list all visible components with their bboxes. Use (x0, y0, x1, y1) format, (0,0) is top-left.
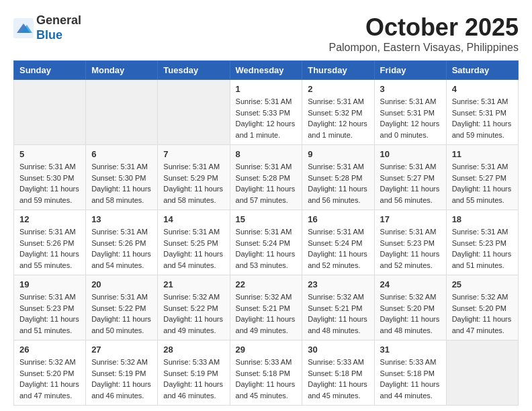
day-info: Sunrise: 5:33 AM Sunset: 5:18 PM Dayligh… (380, 357, 441, 401)
day-number: 13 (91, 214, 152, 224)
weekday-header-monday: Monday (86, 61, 158, 80)
day-info: Sunrise: 5:31 AM Sunset: 5:32 PM Dayligh… (308, 96, 368, 140)
day-number: 9 (308, 149, 368, 159)
day-info: Sunrise: 5:31 AM Sunset: 5:26 PM Dayligh… (19, 226, 80, 271)
day-number: 8 (236, 149, 297, 159)
calendar-cell (86, 80, 158, 145)
day-number: 12 (19, 214, 80, 224)
calendar-cell: 24Sunrise: 5:32 AM Sunset: 5:20 PM Dayli… (374, 275, 446, 340)
day-info: Sunrise: 5:31 AM Sunset: 5:24 PM Dayligh… (308, 226, 368, 271)
logo-general-text: General (36, 13, 81, 27)
calendar-cell: 11Sunrise: 5:31 AM Sunset: 5:27 PM Dayli… (446, 145, 518, 210)
calendar-cell: 31Sunrise: 5:33 AM Sunset: 5:18 PM Dayli… (374, 340, 446, 406)
calendar-cell: 10Sunrise: 5:31 AM Sunset: 5:27 PM Dayli… (374, 145, 446, 210)
day-info: Sunrise: 5:31 AM Sunset: 5:33 PM Dayligh… (236, 96, 297, 140)
weekday-header-friday: Friday (374, 61, 446, 80)
calendar-cell: 17Sunrise: 5:31 AM Sunset: 5:23 PM Dayli… (374, 210, 446, 275)
day-number: 16 (308, 214, 368, 224)
day-number: 7 (163, 149, 224, 159)
day-number: 3 (380, 84, 441, 94)
day-number: 31 (380, 345, 441, 355)
day-info: Sunrise: 5:31 AM Sunset: 5:30 PM Dayligh… (91, 161, 152, 205)
calendar-cell: 14Sunrise: 5:31 AM Sunset: 5:25 PM Dayli… (158, 210, 230, 275)
calendar-cell: 12Sunrise: 5:31 AM Sunset: 5:26 PM Dayli… (14, 210, 86, 275)
calendar-cell: 2Sunrise: 5:31 AM Sunset: 5:32 PM Daylig… (302, 80, 374, 145)
day-info: Sunrise: 5:31 AM Sunset: 5:28 PM Dayligh… (308, 161, 368, 205)
calendar-cell: 20Sunrise: 5:31 AM Sunset: 5:22 PM Dayli… (86, 275, 158, 340)
calendar-cell: 9Sunrise: 5:31 AM Sunset: 5:28 PM Daylig… (302, 145, 374, 210)
calendar-cell: 18Sunrise: 5:31 AM Sunset: 5:23 PM Dayli… (446, 210, 518, 275)
day-number: 17 (380, 214, 441, 224)
calendar-cell: 23Sunrise: 5:32 AM Sunset: 5:21 PM Dayli… (302, 275, 374, 340)
day-number: 11 (452, 149, 513, 159)
day-number: 18 (452, 214, 513, 224)
day-info: Sunrise: 5:32 AM Sunset: 5:20 PM Dayligh… (19, 357, 80, 401)
calendar-cell: 8Sunrise: 5:31 AM Sunset: 5:28 PM Daylig… (230, 145, 302, 210)
day-info: Sunrise: 5:31 AM Sunset: 5:29 PM Dayligh… (163, 161, 224, 205)
day-info: Sunrise: 5:32 AM Sunset: 5:20 PM Dayligh… (452, 291, 513, 336)
day-number: 6 (91, 149, 152, 159)
calendar-cell: 28Sunrise: 5:33 AM Sunset: 5:19 PM Dayli… (158, 340, 230, 406)
day-info: Sunrise: 5:31 AM Sunset: 5:28 PM Dayligh… (236, 161, 297, 205)
day-number: 21 (163, 279, 224, 289)
day-info: Sunrise: 5:31 AM Sunset: 5:30 PM Dayligh… (19, 161, 80, 205)
day-number: 27 (91, 345, 152, 355)
day-info: Sunrise: 5:31 AM Sunset: 5:26 PM Dayligh… (91, 226, 152, 271)
week-row-2: 5Sunrise: 5:31 AM Sunset: 5:30 PM Daylig… (14, 145, 519, 210)
weekday-header-row: SundayMondayTuesdayWednesdayThursdayFrid… (14, 61, 519, 80)
day-number: 19 (19, 279, 80, 289)
day-number: 30 (308, 345, 368, 355)
week-row-3: 12Sunrise: 5:31 AM Sunset: 5:26 PM Dayli… (14, 210, 519, 275)
day-info: Sunrise: 5:31 AM Sunset: 5:22 PM Dayligh… (91, 291, 152, 336)
calendar-cell: 26Sunrise: 5:32 AM Sunset: 5:20 PM Dayli… (14, 340, 86, 406)
logo-icon (13, 18, 34, 38)
day-number: 10 (380, 149, 441, 159)
day-number: 14 (163, 214, 224, 224)
calendar-cell: 4Sunrise: 5:31 AM Sunset: 5:31 PM Daylig… (446, 80, 518, 145)
calendar-cell: 29Sunrise: 5:33 AM Sunset: 5:18 PM Dayli… (230, 340, 302, 406)
day-info: Sunrise: 5:33 AM Sunset: 5:18 PM Dayligh… (236, 357, 297, 401)
calendar-cell: 22Sunrise: 5:32 AM Sunset: 5:21 PM Dayli… (230, 275, 302, 340)
calendar-cell: 27Sunrise: 5:32 AM Sunset: 5:19 PM Dayli… (86, 340, 158, 406)
calendar-cell: 5Sunrise: 5:31 AM Sunset: 5:30 PM Daylig… (14, 145, 86, 210)
day-number: 28 (163, 345, 224, 355)
day-number: 15 (236, 214, 297, 224)
day-info: Sunrise: 5:31 AM Sunset: 5:23 PM Dayligh… (380, 226, 441, 271)
day-info: Sunrise: 5:32 AM Sunset: 5:21 PM Dayligh… (308, 291, 368, 336)
calendar-cell (14, 80, 86, 145)
calendar-cell: 3Sunrise: 5:31 AM Sunset: 5:31 PM Daylig… (374, 80, 446, 145)
calendar-cell (158, 80, 230, 145)
calendar-cell (446, 340, 518, 406)
calendar-cell: 19Sunrise: 5:31 AM Sunset: 5:23 PM Dayli… (14, 275, 86, 340)
day-number: 25 (452, 279, 513, 289)
page-header: General Blue October 2025 Palompon, East… (13, 13, 519, 54)
calendar-cell: 30Sunrise: 5:33 AM Sunset: 5:18 PM Dayli… (302, 340, 374, 406)
day-number: 2 (308, 84, 368, 94)
day-info: Sunrise: 5:32 AM Sunset: 5:20 PM Dayligh… (380, 291, 441, 336)
title-area: October 2025 Palompon, Eastern Visayas, … (328, 13, 519, 54)
day-info: Sunrise: 5:31 AM Sunset: 5:31 PM Dayligh… (380, 96, 441, 140)
day-info: Sunrise: 5:31 AM Sunset: 5:31 PM Dayligh… (452, 96, 513, 140)
week-row-1: 1Sunrise: 5:31 AM Sunset: 5:33 PM Daylig… (14, 80, 519, 145)
week-row-4: 19Sunrise: 5:31 AM Sunset: 5:23 PM Dayli… (14, 275, 519, 340)
calendar-cell: 13Sunrise: 5:31 AM Sunset: 5:26 PM Dayli… (86, 210, 158, 275)
day-info: Sunrise: 5:31 AM Sunset: 5:27 PM Dayligh… (452, 161, 513, 205)
day-info: Sunrise: 5:32 AM Sunset: 5:22 PM Dayligh… (163, 291, 224, 336)
week-row-5: 26Sunrise: 5:32 AM Sunset: 5:20 PM Dayli… (14, 340, 519, 406)
day-info: Sunrise: 5:33 AM Sunset: 5:18 PM Dayligh… (308, 357, 368, 401)
day-number: 24 (380, 279, 441, 289)
day-info: Sunrise: 5:31 AM Sunset: 5:24 PM Dayligh… (236, 226, 297, 271)
day-number: 23 (308, 279, 368, 289)
calendar-cell: 6Sunrise: 5:31 AM Sunset: 5:30 PM Daylig… (86, 145, 158, 210)
day-number: 22 (236, 279, 297, 289)
month-title: October 2025 (328, 13, 519, 42)
day-number: 20 (91, 279, 152, 289)
day-info: Sunrise: 5:32 AM Sunset: 5:21 PM Dayligh… (236, 291, 297, 336)
weekday-header-tuesday: Tuesday (158, 61, 230, 80)
logo-blue-text: Blue (36, 28, 62, 42)
day-number: 26 (19, 345, 80, 355)
day-info: Sunrise: 5:32 AM Sunset: 5:19 PM Dayligh… (91, 357, 152, 401)
day-number: 29 (236, 345, 297, 355)
day-info: Sunrise: 5:33 AM Sunset: 5:19 PM Dayligh… (163, 357, 224, 401)
calendar-cell: 1Sunrise: 5:31 AM Sunset: 5:33 PM Daylig… (230, 80, 302, 145)
